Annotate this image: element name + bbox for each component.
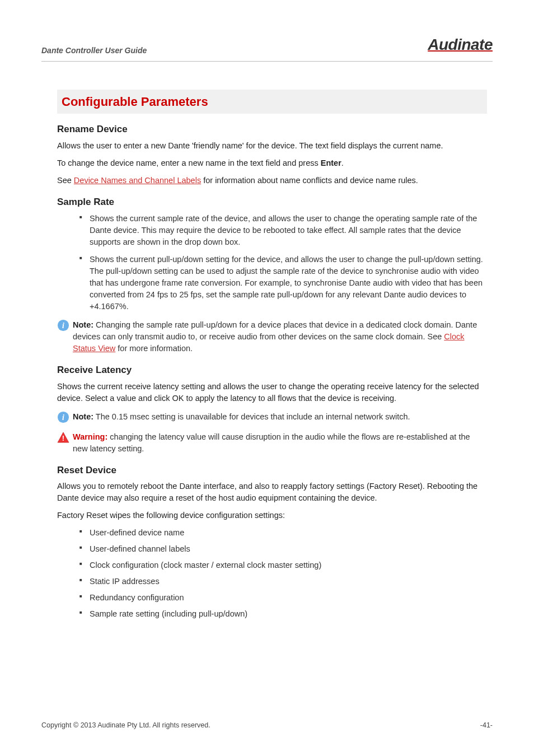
info-icon: i (57, 319, 69, 332)
rename-heading: Rename Device (57, 123, 487, 137)
list-item: Shows the current pull-up/down setting f… (79, 254, 487, 312)
sample-rate-note: i Note: Changing the sample rate pull-up… (57, 319, 487, 354)
svg-text:i: i (62, 321, 64, 330)
reset-list: User-defined device name User-defined ch… (79, 527, 487, 620)
note-label: Note: (73, 320, 93, 329)
list-item: Sample rate setting (including pull-up/d… (79, 608, 487, 620)
reset-p2: Factory Reset wipes the following device… (57, 510, 487, 521)
latency-note: i Note: The 0.15 msec setting is unavail… (57, 411, 487, 423)
list-item: Clock configuration (clock master / exte… (79, 559, 487, 571)
page-number: -41- (480, 720, 493, 730)
doc-title: Dante Controller User Guide (41, 45, 147, 56)
latency-heading: Receive Latency (57, 363, 487, 377)
list-item: Redundancy configuration (79, 592, 487, 604)
note-label: Note: (73, 412, 93, 421)
content-area: Configurable Parameters Rename Device Al… (41, 90, 493, 620)
list-item: Static IP addresses (79, 576, 487, 587)
reset-heading: Reset Device (57, 464, 487, 478)
svg-text:!: ! (62, 434, 64, 442)
list-item: User-defined channel labels (79, 543, 487, 555)
section-heading: Configurable Parameters (57, 90, 487, 114)
info-icon: i (57, 411, 69, 423)
page-footer: Copyright © 2013 Audinate Pty Ltd. All r… (41, 720, 493, 730)
device-names-link[interactable]: Device Names and Channel Labels (74, 176, 201, 185)
latency-p1: Shows the current receive latency settin… (57, 381, 487, 404)
list-item: User-defined device name (79, 527, 487, 539)
rename-p3: See Device Names and Channel Labels for … (57, 175, 487, 186)
svg-text:i: i (62, 413, 64, 421)
reset-p1: Allows you to remotely reboot the Dante … (57, 480, 487, 504)
page-header: Dante Controller User Guide Audinate (41, 34, 493, 62)
latency-warning: ! Warning: changing the latency value wi… (57, 431, 487, 455)
list-item: Shows the current sample rate of the dev… (79, 213, 487, 248)
sample-rate-heading: Sample Rate (57, 195, 487, 209)
warning-icon: ! (57, 431, 69, 444)
rename-p2: To change the device name, enter a new n… (57, 157, 487, 169)
copyright-text: Copyright © 2013 Audinate Pty Ltd. All r… (41, 720, 210, 730)
brand-logo: Audinate (428, 34, 493, 57)
sample-rate-list: Shows the current sample rate of the dev… (79, 213, 487, 312)
warning-label: Warning: (73, 432, 107, 441)
rename-p1: Allows the user to enter a new Dante 'fr… (57, 140, 487, 152)
page-container: Dante Controller User Guide Audinate Con… (0, 0, 534, 756)
